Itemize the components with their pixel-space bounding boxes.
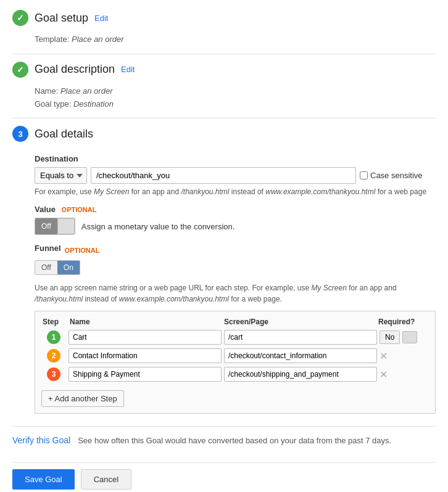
goal-name-line: Name: Place an order: [35, 85, 436, 98]
funnel-help-text: Use an app screen name string or a web p…: [35, 282, 436, 305]
case-sensitive-checkbox[interactable]: [360, 171, 368, 179]
col-required: Required?: [378, 318, 428, 326]
remove-button-2[interactable]: ✕: [380, 350, 388, 362]
checkmark-icon-2: ✓: [17, 65, 24, 75]
name-value: Place an order: [60, 86, 113, 96]
funnel-row-1: 1 No: [41, 330, 429, 345]
goal-description-title: Goal description: [35, 63, 115, 76]
value-row: Off Assign a monetary value to the conve…: [35, 218, 436, 235]
cancel-button[interactable]: Cancel: [81, 469, 131, 490]
step-badge-1: 1: [47, 330, 60, 344]
funnel-label-row: Funnel OPTIONAL: [35, 244, 436, 256]
funnel-name-3[interactable]: [68, 367, 222, 382]
funnel-on-btn[interactable]: On: [57, 261, 80, 274]
required-cell-2: ✕: [380, 350, 429, 362]
funnel-table-header: Step Name Screen/Page Required?: [41, 318, 429, 326]
divider-1: [12, 54, 436, 54]
destination-row: Equals to Case sensitive: [35, 167, 436, 184]
goal-details-section: 3 Goal details: [12, 126, 436, 147]
goal-details-content: Destination Equals to Case sensitive For…: [35, 154, 436, 414]
step-3-cell: 3: [41, 367, 66, 381]
template-value: Place an order: [72, 35, 124, 44]
add-step-button[interactable]: + Add another Step: [41, 390, 124, 407]
funnel-toggle-container: Off On: [35, 260, 436, 279]
col-name: Name: [70, 318, 222, 326]
required-cell-3: ✕: [380, 369, 429, 380]
help-mid2: instead of: [230, 187, 266, 196]
step-2-cell: 2: [41, 349, 66, 363]
verify-link[interactable]: Verify this Goal: [12, 435, 70, 445]
funnel-label: Funnel: [35, 244, 61, 253]
goal-details-number: 3: [18, 129, 22, 139]
help-thankyou: /thankyou.html: [181, 187, 229, 196]
value-toggle-slider: [57, 218, 75, 234]
no-button-1[interactable]: No: [380, 330, 400, 344]
value-optional-badge: OPTIONAL: [62, 206, 97, 213]
step-badge-2: 2: [47, 349, 60, 363]
funnel-screen-2[interactable]: [224, 348, 377, 363]
goal-setup-meta: Template: Place an order: [35, 33, 436, 46]
goal-setup-title: Goal setup: [35, 12, 88, 25]
goal-details-icon: 3: [12, 126, 28, 142]
funnel-name-2[interactable]: [68, 348, 222, 363]
help-mid1: for an app and: [129, 187, 181, 196]
checkmark-icon: ✓: [17, 13, 24, 23]
value-label: Value: [35, 205, 56, 214]
equals-select[interactable]: Equals to: [35, 167, 87, 184]
goal-setup-edit-link[interactable]: Edit: [94, 14, 108, 23]
help-prefix: For example, use: [35, 187, 94, 196]
funnel-screen-3[interactable]: [224, 367, 377, 382]
goal-description-meta: Name: Place an order Goal type: Destinat…: [35, 85, 436, 111]
required-toggle-1[interactable]: [402, 331, 417, 343]
goal-details-title: Goal details: [35, 128, 93, 141]
help-end: for a web page: [375, 187, 426, 196]
case-sensitive-label: Case sensitive: [360, 171, 423, 180]
step-badge-3: 3: [47, 367, 60, 381]
type-value: Destination: [73, 99, 114, 109]
type-prefix: Goal type:: [35, 99, 71, 109]
help-example: www.example.com/thankyou.html: [265, 187, 375, 196]
col-step: Step: [43, 318, 67, 326]
goal-description-edit-link[interactable]: Edit: [121, 65, 135, 74]
name-prefix: Name:: [35, 86, 58, 96]
verify-description: See how often this Goal would have conve…: [78, 436, 391, 445]
destination-input[interactable]: [91, 167, 356, 184]
divider-2: [12, 118, 436, 118]
value-toggle-container: Off: [35, 218, 75, 235]
destination-help-text: For example, use My Screen for an app an…: [35, 186, 436, 197]
save-goal-button[interactable]: Save Goal: [12, 469, 75, 490]
value-off-btn[interactable]: Off: [35, 218, 57, 234]
funnel-table-container: Step Name Screen/Page Required? 1 No 2: [35, 311, 436, 414]
destination-label: Destination: [35, 154, 436, 163]
funnel-screen-1[interactable]: [224, 330, 377, 345]
value-assign-text: Assign a monetary value to the conversio…: [81, 222, 235, 231]
funnel-row-2: 2 ✕: [41, 348, 429, 363]
goal-setup-section: ✓ Goal setup Edit: [12, 10, 436, 31]
bottom-buttons: Save Goal Cancel: [12, 462, 436, 490]
value-label-row: Value OPTIONAL: [35, 205, 436, 214]
col-screen-page: Screen/Page: [224, 318, 376, 326]
funnel-optional-badge: OPTIONAL: [65, 247, 100, 254]
funnel-row-3: 3 ✕: [41, 367, 429, 382]
template-prefix: Template:: [35, 35, 69, 44]
remove-button-3[interactable]: ✕: [380, 369, 388, 380]
goal-setup-icon: ✓: [12, 10, 28, 26]
goal-type-line: Goal type: Destination: [35, 98, 436, 111]
help-my-screen: My Screen: [94, 187, 129, 196]
funnel-toggle: Off On: [35, 260, 80, 275]
goal-description-section: ✓ Goal description Edit: [12, 62, 436, 83]
required-cell-1: No: [380, 330, 429, 344]
case-sensitive-text: Case sensitive: [370, 171, 423, 180]
goal-description-icon: ✓: [12, 62, 28, 78]
funnel-name-1[interactable]: [68, 330, 222, 345]
funnel-off-btn[interactable]: Off: [35, 261, 57, 274]
verify-section: Verify this Goal See how often this Goal…: [12, 426, 436, 454]
step-1-cell: 1: [41, 330, 66, 344]
